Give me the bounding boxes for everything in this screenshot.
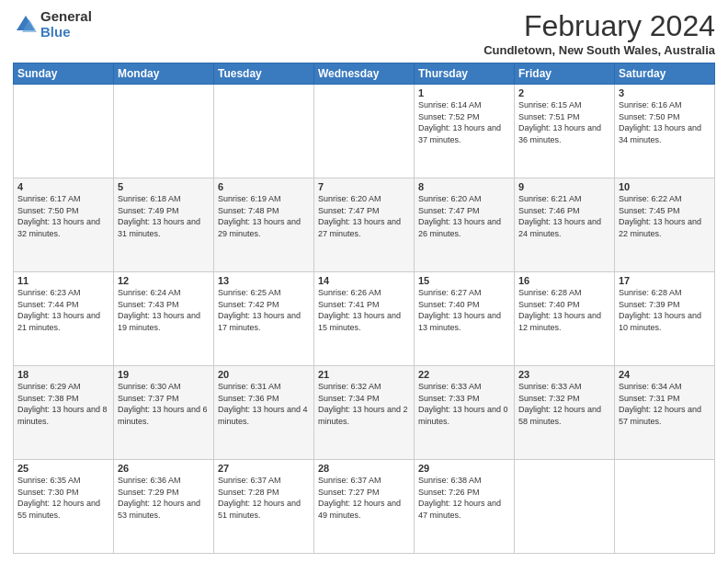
day-info: Sunrise: 6:20 AM Sunset: 7:47 PM Dayligh… [318,193,410,239]
day-number: 29 [418,463,510,474]
day-number: 10 [619,181,711,192]
calendar-cell: 6Sunrise: 6:19 AM Sunset: 7:48 PM Daylig… [214,178,314,272]
day-info: Sunrise: 6:33 AM Sunset: 7:33 PM Dayligh… [418,381,510,427]
calendar-cell: 27Sunrise: 6:37 AM Sunset: 7:28 PM Dayli… [214,460,314,554]
day-number: 22 [418,369,510,380]
calendar-cell: 22Sunrise: 6:33 AM Sunset: 7:33 PM Dayli… [415,366,515,460]
calendar-cell: 19Sunrise: 6:30 AM Sunset: 7:37 PM Dayli… [114,366,214,460]
calendar-cell: 13Sunrise: 6:25 AM Sunset: 7:42 PM Dayli… [214,272,314,366]
day-number: 13 [218,275,310,286]
calendar-cell: 25Sunrise: 6:35 AM Sunset: 7:30 PM Dayli… [14,460,114,554]
day-number: 4 [17,181,109,192]
day-info: Sunrise: 6:36 AM Sunset: 7:29 PM Dayligh… [118,475,210,521]
day-number: 6 [218,181,310,192]
day-number: 17 [619,275,711,286]
day-number: 15 [418,275,510,286]
calendar-cell: 10Sunrise: 6:22 AM Sunset: 7:45 PM Dayli… [615,178,715,272]
day-info: Sunrise: 6:23 AM Sunset: 7:44 PM Dayligh… [17,287,109,333]
day-number: 20 [218,369,310,380]
day-number: 24 [619,369,711,380]
calendar-cell: 8Sunrise: 6:20 AM Sunset: 7:47 PM Daylig… [415,178,515,272]
day-number: 14 [318,275,410,286]
col-header-monday: Monday [114,63,214,85]
day-number: 26 [118,463,210,474]
calendar-cell: 1Sunrise: 6:14 AM Sunset: 7:52 PM Daylig… [415,85,515,178]
day-info: Sunrise: 6:37 AM Sunset: 7:27 PM Dayligh… [318,475,410,521]
calendar-cell: 9Sunrise: 6:21 AM Sunset: 7:46 PM Daylig… [515,178,615,272]
day-info: Sunrise: 6:32 AM Sunset: 7:34 PM Dayligh… [318,381,410,427]
col-header-wednesday: Wednesday [314,63,415,85]
calendar-week-2: 4Sunrise: 6:17 AM Sunset: 7:50 PM Daylig… [14,178,715,272]
calendar-cell: 3Sunrise: 6:16 AM Sunset: 7:50 PM Daylig… [615,85,715,178]
day-info: Sunrise: 6:38 AM Sunset: 7:26 PM Dayligh… [418,475,510,521]
day-info: Sunrise: 6:25 AM Sunset: 7:42 PM Dayligh… [218,287,310,333]
calendar-week-5: 25Sunrise: 6:35 AM Sunset: 7:30 PM Dayli… [14,460,715,554]
calendar-cell: 2Sunrise: 6:15 AM Sunset: 7:51 PM Daylig… [515,85,615,178]
day-info: Sunrise: 6:16 AM Sunset: 7:50 PM Dayligh… [619,99,711,145]
calendar-cell [615,460,715,554]
col-header-sunday: Sunday [14,63,114,85]
calendar-cell [515,460,615,554]
calendar-cell: 4Sunrise: 6:17 AM Sunset: 7:50 PM Daylig… [14,178,114,272]
day-number: 23 [518,369,610,380]
logo: General Blue [13,9,92,40]
day-info: Sunrise: 6:27 AM Sunset: 7:40 PM Dayligh… [418,287,510,333]
day-info: Sunrise: 6:37 AM Sunset: 7:28 PM Dayligh… [218,475,310,521]
header: General Blue February 2024 Cundletown, N… [13,9,715,57]
day-info: Sunrise: 6:35 AM Sunset: 7:30 PM Dayligh… [17,475,109,521]
calendar-cell: 24Sunrise: 6:34 AM Sunset: 7:31 PM Dayli… [615,366,715,460]
calendar-cell: 18Sunrise: 6:29 AM Sunset: 7:38 PM Dayli… [14,366,114,460]
col-header-friday: Friday [515,63,615,85]
main-title: February 2024 [483,9,715,43]
calendar-cell: 5Sunrise: 6:18 AM Sunset: 7:49 PM Daylig… [114,178,214,272]
page: General Blue February 2024 Cundletown, N… [0,0,728,563]
calendar-cell: 11Sunrise: 6:23 AM Sunset: 7:44 PM Dayli… [14,272,114,366]
calendar-cell: 15Sunrise: 6:27 AM Sunset: 7:40 PM Dayli… [415,272,515,366]
day-info: Sunrise: 6:14 AM Sunset: 7:52 PM Dayligh… [418,99,510,145]
day-number: 8 [418,181,510,192]
calendar-cell: 12Sunrise: 6:24 AM Sunset: 7:43 PM Dayli… [114,272,214,366]
day-info: Sunrise: 6:30 AM Sunset: 7:37 PM Dayligh… [118,381,210,427]
calendar-table: SundayMondayTuesdayWednesdayThursdayFrid… [13,63,715,554]
day-number: 16 [518,275,610,286]
day-number: 1 [418,87,510,98]
day-info: Sunrise: 6:26 AM Sunset: 7:41 PM Dayligh… [318,287,410,333]
day-info: Sunrise: 6:29 AM Sunset: 7:38 PM Dayligh… [17,381,109,427]
day-number: 7 [318,181,410,192]
day-info: Sunrise: 6:24 AM Sunset: 7:43 PM Dayligh… [118,287,210,333]
day-number: 25 [17,463,109,474]
day-number: 19 [118,369,210,380]
day-number: 18 [17,369,109,380]
day-info: Sunrise: 6:34 AM Sunset: 7:31 PM Dayligh… [619,381,711,427]
day-number: 9 [518,181,610,192]
calendar-cell [314,85,415,178]
calendar-cell: 28Sunrise: 6:37 AM Sunset: 7:27 PM Dayli… [314,460,415,554]
calendar-header-row: SundayMondayTuesdayWednesdayThursdayFrid… [14,63,715,85]
logo-general: General [40,9,92,25]
calendar-cell: 17Sunrise: 6:28 AM Sunset: 7:39 PM Dayli… [615,272,715,366]
day-number: 27 [218,463,310,474]
calendar-cell: 20Sunrise: 6:31 AM Sunset: 7:36 PM Dayli… [214,366,314,460]
day-info: Sunrise: 6:19 AM Sunset: 7:48 PM Dayligh… [218,193,310,239]
day-info: Sunrise: 6:28 AM Sunset: 7:39 PM Dayligh… [619,287,711,333]
day-info: Sunrise: 6:28 AM Sunset: 7:40 PM Dayligh… [518,287,610,333]
subtitle: Cundletown, New South Wales, Australia [483,43,715,57]
day-info: Sunrise: 6:33 AM Sunset: 7:32 PM Dayligh… [518,381,610,427]
calendar-cell: 7Sunrise: 6:20 AM Sunset: 7:47 PM Daylig… [314,178,415,272]
day-info: Sunrise: 6:22 AM Sunset: 7:45 PM Dayligh… [619,193,711,239]
calendar-cell [14,85,114,178]
calendar-cell [114,85,214,178]
day-number: 2 [518,87,610,98]
day-number: 12 [118,275,210,286]
calendar-week-4: 18Sunrise: 6:29 AM Sunset: 7:38 PM Dayli… [14,366,715,460]
day-number: 28 [318,463,410,474]
day-info: Sunrise: 6:31 AM Sunset: 7:36 PM Dayligh… [218,381,310,427]
day-info: Sunrise: 6:21 AM Sunset: 7:46 PM Dayligh… [518,193,610,239]
day-number: 5 [118,181,210,192]
day-number: 21 [318,369,410,380]
day-number: 3 [619,87,711,98]
day-info: Sunrise: 6:18 AM Sunset: 7:49 PM Dayligh… [118,193,210,239]
calendar-week-1: 1Sunrise: 6:14 AM Sunset: 7:52 PM Daylig… [14,85,715,178]
logo-icon [13,12,39,38]
logo-blue: Blue [40,25,92,40]
